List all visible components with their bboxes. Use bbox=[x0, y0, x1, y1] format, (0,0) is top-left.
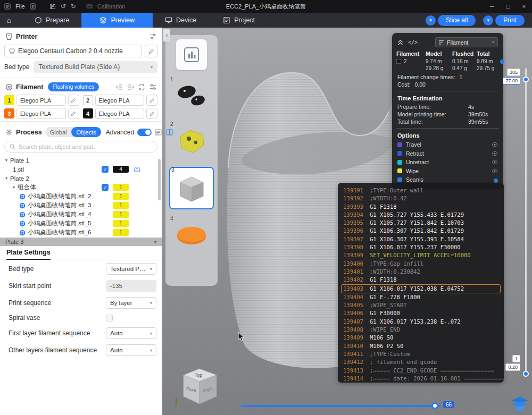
tree-row-plate1[interactable]: ▾ Plate 1 bbox=[0, 156, 162, 165]
plate-bed-type-select[interactable]: Textured PEI... ▾ bbox=[106, 263, 156, 275]
undo-icon[interactable]: ↺ bbox=[61, 3, 66, 10]
print-options-chevron-icon[interactable]: ▾ bbox=[483, 15, 493, 26]
filament-count-badge[interactable]: 1 bbox=[113, 220, 129, 227]
filament-count-badge[interactable]: 1 bbox=[113, 193, 129, 200]
sync-filament-icon[interactable] bbox=[138, 84, 145, 90]
collapse-arrow-icon[interactable]: ▾ bbox=[5, 176, 7, 181]
gcode-line-current[interactable]: 139403G1 X106.017 Y152.038 E.04752 bbox=[341, 284, 501, 293]
gcode-line[interactable]: 139414;===== date: 2026-01-16-001 ======… bbox=[343, 375, 498, 383]
collapse-list-icon[interactable] bbox=[116, 84, 123, 90]
gcode-line[interactable]: 139400;TYPE:Gap infill bbox=[343, 260, 498, 268]
gcode-line[interactable]: 139392;WIDTH:0.42 bbox=[343, 194, 498, 202]
move-slider-handle[interactable] bbox=[431, 402, 438, 409]
advanced-toggle[interactable] bbox=[137, 129, 152, 136]
tree-row-part[interactable]: 小鸡桌面收纳笔筒.stl_2 1 bbox=[0, 192, 162, 201]
tree-scrollbar[interactable] bbox=[158, 159, 161, 200]
slice-all-label[interactable]: Slice all bbox=[438, 15, 476, 26]
gcode-view-icon[interactable]: </> bbox=[408, 39, 418, 45]
gcode-line[interactable]: 139412; filament end gcode bbox=[343, 358, 498, 366]
travel-visibility-eye-icon[interactable] bbox=[492, 142, 498, 147]
gcode-line[interactable]: 139396G1 X106.307 Y151.842 E.01729 bbox=[343, 227, 498, 235]
redo-icon[interactable]: ↻ bbox=[71, 3, 76, 10]
tree-row-group[interactable]: ▾ 组合体 ✓ 1 bbox=[0, 183, 162, 192]
tab-prepare[interactable]: Prepare bbox=[26, 13, 78, 28]
spiral-vase-checkbox[interactable] bbox=[106, 315, 113, 321]
orientation-cube[interactable]: Top Front Right bbox=[174, 366, 222, 415]
filament-3-select[interactable]: Elegoo PLA bbox=[16, 108, 66, 119]
edit-filament-2-button[interactable] bbox=[146, 95, 157, 106]
legend-type-select[interactable]: Filament ▾ bbox=[435, 37, 498, 47]
print-button[interactable]: ▾ Print bbox=[483, 15, 525, 26]
visibility-checkbox[interactable]: ✓ bbox=[102, 166, 109, 173]
tab-device[interactable]: Device bbox=[156, 13, 205, 28]
collapse-panel-icon[interactable] bbox=[397, 39, 403, 46]
other-layers-sequence-select[interactable]: Auto ▾ bbox=[106, 344, 156, 356]
edit-printer-button[interactable] bbox=[145, 45, 157, 57]
filament-count-badge[interactable]: 1 bbox=[113, 184, 129, 191]
tree-row-part[interactable]: 小鸡桌面收纳笔筒.stl_5 1 bbox=[0, 219, 162, 228]
gcode-line[interactable]: 139411;TYPE:Custom bbox=[343, 350, 498, 358]
filament-2-color-badge[interactable]: 2 bbox=[83, 95, 93, 105]
gcode-line[interactable]: 139399SET_VELOCITY_LIMIT ACCEL=10000 bbox=[343, 251, 498, 259]
close-button[interactable]: × bbox=[516, 0, 532, 13]
gcode-line[interactable]: 139398G1 X106.017 Y155.237 F30000 bbox=[343, 243, 498, 251]
gcode-line[interactable]: 139413;===== CC2_END_GCODE =============… bbox=[343, 367, 498, 375]
calibration-menu[interactable]: Calibration bbox=[97, 3, 126, 10]
printer-select[interactable]: Elegoo Centauri Carbon 2 0.4 nozzle bbox=[4, 45, 142, 57]
gcode-line[interactable]: 139394G1 X105.727 Y155.433 E.01729 bbox=[343, 211, 498, 219]
scope-global-option[interactable]: Global bbox=[45, 127, 72, 137]
all-plates-button[interactable] bbox=[176, 39, 207, 70]
filament-settings-icon[interactable] bbox=[149, 83, 156, 90]
cube-face-top[interactable]: Top bbox=[195, 372, 203, 378]
gcode-line[interactable]: 139405;WIPE_START bbox=[343, 301, 498, 309]
collapse-arrow-icon[interactable]: ▾ bbox=[5, 158, 7, 163]
filament-2-select[interactable]: Elegoo PLA bbox=[95, 95, 145, 106]
tab-preview[interactable]: Preview bbox=[81, 13, 152, 28]
file-menu[interactable]: File bbox=[15, 3, 25, 10]
plate-thumbnail-3[interactable]: 3 bbox=[169, 167, 214, 209]
print-sequence-select[interactable]: By layer ▾ bbox=[106, 297, 156, 309]
gcode-line[interactable]: 139397G1 X106.307 Y155.393 E.10584 bbox=[343, 235, 498, 243]
tree-row-part[interactable]: 小鸡桌面收纳笔筒.stl_4 1 bbox=[0, 210, 162, 219]
scope-objects-option[interactable]: Objects bbox=[71, 127, 101, 137]
filament-slot-2[interactable]: 2 Elegoo PLA bbox=[83, 95, 158, 106]
first-layer-sequence-select[interactable]: Auto ▾ bbox=[106, 327, 156, 339]
scroll-down-icon[interactable]: ▾ bbox=[154, 240, 156, 244]
bed-type-select[interactable]: Textured Build Plate (Side A) ▾ bbox=[34, 61, 157, 73]
notes-icon[interactable] bbox=[30, 3, 36, 10]
layer-slider-handle-bottom[interactable] bbox=[523, 371, 529, 377]
edit-filament-4-button[interactable] bbox=[146, 108, 157, 119]
gcode-line[interactable]: 139404G1 E-.728 F1800 bbox=[343, 293, 498, 301]
search-box[interactable] bbox=[4, 141, 157, 153]
print-label[interactable]: Print bbox=[495, 15, 525, 26]
gcode-line[interactable]: 139406G1 F30000 bbox=[343, 309, 498, 317]
filament-4-color-badge[interactable]: 4 bbox=[83, 108, 93, 118]
filament-count-badge[interactable]: 4 bbox=[113, 166, 129, 173]
calibration-icon[interactable] bbox=[86, 3, 93, 10]
gcode-line[interactable]: 139410M106 P2 S0 bbox=[343, 342, 498, 350]
skirt-start-input[interactable]: -135 bbox=[106, 280, 156, 292]
filament-count-badge[interactable]: 1 bbox=[113, 202, 129, 209]
filament-slot-1[interactable]: 1 Elegoo PLA bbox=[4, 95, 79, 106]
tree-row-part[interactable]: 小鸡桌面收纳笔筒.stl_6 1 bbox=[0, 228, 162, 237]
filament-1-select[interactable]: Elegoo PLA bbox=[16, 95, 66, 106]
visibility-checkbox[interactable]: ✓ bbox=[102, 184, 109, 191]
plate-thumbnail-2[interactable]: 2 bbox=[169, 122, 214, 159]
retract-visibility-eye-icon[interactable] bbox=[492, 151, 498, 156]
search-input[interactable] bbox=[19, 143, 152, 150]
plate-thumbnail-4[interactable]: 4 bbox=[169, 217, 214, 254]
slice-all-button[interactable]: ▾ Slice all bbox=[426, 15, 476, 26]
collapse-arrow-icon[interactable]: ▾ bbox=[13, 185, 15, 190]
filament-count-badge[interactable]: 1 bbox=[113, 211, 129, 218]
edit-filament-1-button[interactable] bbox=[68, 95, 79, 106]
tree-row-plate3[interactable]: Plate 3 ▾ bbox=[0, 238, 162, 246]
filament-slot-3[interactable]: 3 Elegoo PLA bbox=[4, 108, 79, 119]
gcode-line[interactable]: 139393G1 F1318 bbox=[343, 203, 498, 211]
layer-slider-track[interactable] bbox=[525, 68, 527, 376]
tab-project[interactable]: Project bbox=[214, 13, 264, 28]
viewport-3d[interactable]: ‹ 1 2 3 4 bbox=[162, 28, 532, 415]
tree-row-1stl[interactable]: 1.stl ✓ 4 bbox=[0, 165, 162, 174]
plate-filter-icon[interactable] bbox=[134, 166, 140, 172]
edit-filament-3-button[interactable] bbox=[68, 108, 79, 119]
maximize-button[interactable]: □ bbox=[500, 0, 516, 13]
